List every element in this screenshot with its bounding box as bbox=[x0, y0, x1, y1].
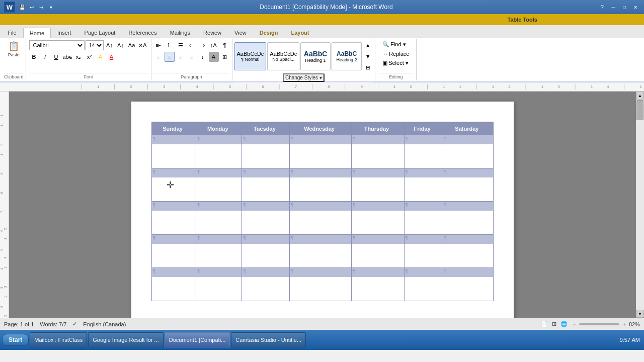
day-cell[interactable]: ¶ bbox=[404, 135, 443, 168]
day-cell[interactable]: ¶ bbox=[352, 235, 404, 268]
day-cell[interactable]: ¶ bbox=[443, 268, 493, 301]
align-right-btn[interactable]: ≡ bbox=[176, 52, 186, 62]
numbering-btn[interactable]: 1. bbox=[165, 40, 175, 50]
zoom-in-btn[interactable]: ＋ bbox=[621, 320, 627, 328]
day-cell[interactable]: ¶ bbox=[196, 135, 242, 168]
day-cell[interactable]: ¶ bbox=[404, 202, 443, 235]
borders-btn[interactable]: ⊞ bbox=[220, 52, 230, 62]
customize-quick-btn[interactable]: ▾ bbox=[47, 3, 55, 11]
day-cell[interactable]: ¶ bbox=[242, 235, 290, 268]
day-cell[interactable]: ¶ bbox=[196, 168, 242, 202]
tab-page-layout[interactable]: Page Layout bbox=[78, 27, 122, 38]
day-cell[interactable]: ¶ bbox=[242, 202, 290, 235]
spell-check-icon[interactable]: ✓ bbox=[72, 321, 77, 327]
zoom-slider[interactable] bbox=[579, 323, 619, 325]
shrink-font-btn[interactable]: A↓ bbox=[116, 40, 126, 50]
tab-review[interactable]: Review bbox=[197, 27, 228, 38]
day-cell[interactable]: ¶ bbox=[290, 235, 352, 268]
doc-area[interactable]: ✛ Sunday¶ Monday¶ Tuesday¶ Wednesday¶ Th… bbox=[9, 92, 636, 318]
view-web-btn[interactable]: 🌐 bbox=[560, 321, 568, 327]
day-cell[interactable]: ¶ bbox=[443, 235, 493, 268]
paste-btn[interactable]: 📋 Paste bbox=[6, 40, 22, 58]
style-heading2[interactable]: AaBbC Heading 2 bbox=[332, 42, 362, 70]
scroll-thumb[interactable] bbox=[636, 100, 643, 120]
shading-btn[interactable]: A bbox=[209, 52, 219, 62]
change-styles-btn[interactable]: Change Styles ▾ bbox=[283, 73, 325, 82]
tab-home[interactable]: Home bbox=[23, 28, 51, 38]
multilevel-btn[interactable]: ☰ bbox=[176, 40, 186, 50]
tab-layout[interactable]: Layout bbox=[284, 27, 315, 38]
day-cell[interactable]: ¶ bbox=[443, 202, 493, 235]
justify-btn[interactable]: ≡ bbox=[187, 52, 197, 62]
tab-view[interactable]: View bbox=[228, 27, 253, 38]
day-cell[interactable]: ¶ bbox=[290, 268, 352, 301]
subscript-btn[interactable]: x₂ bbox=[73, 52, 84, 62]
save-quick-btn[interactable]: 💾 bbox=[18, 3, 26, 11]
day-cell[interactable]: ¶ bbox=[196, 202, 242, 235]
font-case-btn[interactable]: Aa bbox=[127, 40, 137, 50]
minimize-btn[interactable]: ─ bbox=[609, 3, 618, 11]
day-cell[interactable]: ¶ bbox=[242, 268, 290, 301]
day-cell[interactable]: ¶ bbox=[196, 235, 242, 268]
font-size-select[interactable]: 14 bbox=[86, 40, 104, 50]
tab-insert[interactable]: Insert bbox=[51, 27, 78, 38]
day-cell[interactable]: ¶ bbox=[242, 168, 290, 202]
language-status[interactable]: English (Canada) bbox=[83, 321, 126, 327]
day-cell[interactable]: ¶ bbox=[152, 268, 196, 301]
taskbar-word[interactable]: Document1 [Compati... bbox=[165, 332, 230, 347]
day-cell[interactable]: ¶ bbox=[443, 168, 493, 202]
day-cell[interactable]: ¶ bbox=[290, 202, 352, 235]
sort-btn[interactable]: ↕A bbox=[209, 40, 219, 50]
styles-down-btn[interactable]: ▼ bbox=[363, 51, 373, 61]
align-left-btn[interactable]: ≡ bbox=[153, 52, 164, 62]
day-cell[interactable]: ¶ bbox=[443, 135, 493, 168]
day-cell[interactable]: ¶ bbox=[290, 168, 352, 202]
tab-references[interactable]: References bbox=[122, 27, 163, 38]
day-cell[interactable]: ¶ bbox=[152, 202, 196, 235]
styles-up-btn[interactable]: ▲ bbox=[363, 40, 373, 50]
bold-btn[interactable]: B bbox=[29, 52, 39, 62]
day-cell[interactable]: ¶ bbox=[404, 168, 443, 202]
maximize-btn[interactable]: □ bbox=[620, 3, 629, 11]
day-cell[interactable]: ¶ bbox=[196, 268, 242, 301]
zoom-out-btn[interactable]: － bbox=[572, 320, 577, 328]
find-btn[interactable]: 🔍 Find ▾ bbox=[379, 40, 412, 49]
font-name-select[interactable]: Calibri bbox=[29, 40, 85, 50]
view-print-btn[interactable]: 📄 bbox=[541, 321, 548, 327]
undo-quick-btn[interactable]: ↩ bbox=[28, 3, 36, 11]
day-cell[interactable]: ¶ bbox=[404, 235, 443, 268]
day-cell[interactable]: ¶ bbox=[290, 135, 352, 168]
redo-quick-btn[interactable]: ↪ bbox=[37, 3, 45, 11]
font-color-btn[interactable]: A bbox=[107, 52, 117, 62]
scroll-up-btn[interactable]: ▲ bbox=[636, 92, 644, 100]
align-center-btn[interactable]: ≡ bbox=[165, 52, 175, 62]
style-normal[interactable]: AaBbCcDc ¶ Normal bbox=[234, 42, 267, 70]
grow-font-btn[interactable]: A↑ bbox=[105, 40, 115, 50]
day-cell[interactable]: ¶ bbox=[352, 268, 404, 301]
italic-btn[interactable]: I bbox=[40, 52, 50, 62]
clear-format-btn[interactable]: ✕A bbox=[138, 40, 148, 50]
help-btn[interactable]: ? bbox=[598, 3, 607, 11]
taskbar-mailbox[interactable]: Mailbox : FirstClass bbox=[30, 332, 87, 347]
start-button[interactable]: Start bbox=[2, 334, 29, 346]
line-spacing-btn[interactable]: ↕ bbox=[198, 52, 208, 62]
tab-file[interactable]: File bbox=[1, 27, 23, 38]
style-heading1[interactable]: AaBbC Heading 1 bbox=[300, 42, 331, 70]
decrease-indent-btn[interactable]: ⇐ bbox=[187, 40, 197, 50]
style-nospace[interactable]: AaBbCcDc No Spaci... bbox=[267, 42, 299, 70]
view-fullscreen-btn[interactable]: ⊞ bbox=[552, 321, 556, 327]
replace-btn[interactable]: ↔ Replace bbox=[379, 50, 412, 58]
text-highlight-btn[interactable]: A bbox=[96, 52, 106, 62]
superscript-btn[interactable]: x² bbox=[85, 52, 95, 62]
increase-indent-btn[interactable]: ⇒ bbox=[198, 40, 208, 50]
tab-design[interactable]: Design bbox=[253, 27, 285, 38]
day-cell[interactable]: ¶ bbox=[152, 235, 196, 268]
day-cell[interactable]: ¶ bbox=[404, 268, 443, 301]
bullets-btn[interactable]: ≡• bbox=[153, 40, 164, 50]
day-cell[interactable]: ¶ bbox=[242, 135, 290, 168]
day-cell[interactable]: ¶ bbox=[152, 135, 196, 168]
close-btn[interactable]: ✕ bbox=[631, 3, 640, 11]
scroll-down-btn[interactable]: ▼ bbox=[636, 310, 644, 318]
show-para-btn[interactable]: ¶ bbox=[220, 40, 230, 50]
day-cell[interactable]: ¶ bbox=[352, 135, 404, 168]
